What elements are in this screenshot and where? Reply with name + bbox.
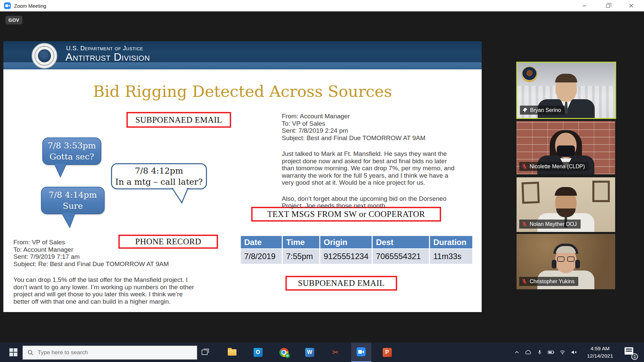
- subpoenaed-email-content: From: Account Manager To: VP of Sales Se…: [282, 113, 456, 209]
- close-button[interactable]: [620, 0, 643, 11]
- bubble-2-time: 7/8 4:12pm: [112, 165, 206, 176]
- email-to: To: VP of Sales: [282, 120, 456, 127]
- powerpoint-icon: P: [383, 348, 392, 357]
- outlook-button[interactable]: O: [248, 343, 268, 362]
- cell-origin: 9125551234: [320, 249, 372, 264]
- doj-seal-icon: [32, 43, 57, 69]
- battery-tray-button[interactable]: [545, 343, 557, 362]
- cloud-icon: [525, 350, 532, 355]
- bubble-3-text: Sure: [42, 200, 104, 212]
- text-bubble-3: 7/8 4:14pm Sure: [41, 187, 105, 214]
- snipping-tool-button[interactable]: ✂: [325, 343, 345, 362]
- system-tray: [511, 343, 580, 362]
- snipping-tool-icon: ✂: [332, 348, 338, 357]
- participant-name: Nicolette Mena (CLDP): [530, 164, 585, 170]
- email-from: From: Account Manager: [282, 113, 456, 120]
- wifi-icon: [559, 350, 566, 355]
- email-body-2: Also, don’t forget about the upcoming bi…: [282, 195, 456, 209]
- participant-nameplate: Bryan Serino: [520, 106, 565, 115]
- window-titlebar: Zoom Meeting: [0, 0, 644, 11]
- participant-nameplate: Nicolette Mena (CLDP): [519, 162, 589, 171]
- text-bubble-2: 7/8 4:12pm In a mtg – call later?: [111, 163, 207, 189]
- windows-logo-icon: [9, 348, 17, 356]
- onedrive-tray-button[interactable]: [523, 343, 534, 362]
- chevron-up-icon: [515, 351, 519, 354]
- file-explorer-button[interactable]: [222, 343, 242, 362]
- pinned-icon: [522, 108, 528, 113]
- notification-icon: [625, 347, 633, 355]
- col-header-time: Time: [283, 236, 319, 248]
- email-to: To: Account Manager: [13, 246, 195, 253]
- taskbar-search[interactable]: [22, 346, 197, 360]
- close-icon: [629, 4, 633, 8]
- battery-icon: [548, 350, 554, 354]
- speaker-muted-icon: [571, 350, 577, 355]
- notification-center-button[interactable]: 1: [623, 347, 637, 358]
- cell-dest: 7065554321: [373, 249, 429, 264]
- col-header-duration: Duration: [430, 236, 472, 248]
- muted-mic-icon: [522, 279, 527, 284]
- email-body: You can drop 1.5% off the last offer for…: [13, 276, 195, 305]
- chrome-icon: N: [279, 348, 288, 357]
- start-button[interactable]: [5, 343, 22, 362]
- participant-nameplate: Nolan Mayther DOJ: [519, 220, 581, 229]
- doj-header-stripe: [3, 62, 482, 69]
- notification-badge: 1: [631, 353, 638, 360]
- bubble-1-text: Gotta sec?: [43, 151, 101, 162]
- email-subject: Subject: Re: Best and Final Due TOMORROW…: [13, 260, 195, 268]
- email-sent: Sent: 7/9/2019 7:17 am: [13, 253, 195, 260]
- window-title: Zoom Meeting: [14, 3, 46, 9]
- bubble-2-tail: [170, 188, 189, 204]
- bubble-3-time: 7/8 4:14pm: [42, 189, 104, 200]
- taskbar-clock[interactable]: 4:59 AM 12/14/2021: [583, 345, 618, 360]
- minimize-button[interactable]: [573, 0, 596, 11]
- search-input[interactable]: [38, 349, 172, 356]
- reply-email-content: From: VP of Sales To: Account Manager Se…: [13, 239, 195, 305]
- cell-date: 7/8/2019: [241, 249, 282, 264]
- text-bubble-1: 7/8 3:53pm Gotta sec?: [42, 137, 101, 165]
- zoom-app-button-active[interactable]: [351, 343, 371, 362]
- label-subpoenaed-email-top: SUBPOENAED EMAIL: [126, 112, 231, 128]
- participant-nameplate: Christopher Yukins: [519, 277, 578, 286]
- outlook-icon: O: [254, 348, 263, 357]
- microphone-icon: [537, 349, 542, 355]
- participant-name: Nolan Mayther DOJ: [530, 221, 577, 227]
- zoom-app-logo-icon: [4, 2, 11, 9]
- volume-tray-button[interactable]: [568, 343, 580, 362]
- chrome-button[interactable]: N: [274, 343, 294, 362]
- word-icon: W: [305, 348, 314, 357]
- doj-division-label: Antitrust Division: [65, 51, 150, 63]
- email-sent: Sent: 7/8/2019 2:24 pm: [282, 127, 456, 134]
- muted-mic-icon: [522, 164, 527, 169]
- participant-video-bryan-serino[interactable]: Bryan Serino: [516, 62, 616, 119]
- bubble-2-text: In a mtg – call later?: [112, 176, 206, 187]
- email-subject: Subject: Best and Final Due TOMORROW AT …: [282, 134, 456, 142]
- task-view-button[interactable]: [195, 343, 215, 362]
- participant-name: Bryan Serino: [530, 107, 561, 113]
- word-button[interactable]: W: [300, 343, 320, 362]
- powerpoint-button[interactable]: P: [377, 343, 397, 362]
- col-header-origin: Origin: [320, 236, 372, 248]
- participant-video-nicolette-mena[interactable]: Nicolette Mena (CLDP): [517, 121, 615, 174]
- windows-taskbar: O N W ✂ P 4:59 AM 12/14/2: [0, 343, 644, 362]
- bubble-1-time: 7/8 3:53pm: [43, 140, 101, 151]
- phone-record-table: Date Time Origin Dest Duration 7/8/2019 …: [241, 236, 472, 264]
- participant-video-christopher-yukins[interactable]: Christopher Yukins: [517, 234, 615, 289]
- network-tray-button[interactable]: [557, 343, 568, 362]
- shared-screen-slide: U.S. Department of Justice Antitrust Div…: [3, 41, 482, 312]
- bubble-3-tail: [60, 213, 77, 228]
- clock-time: 4:59 AM: [583, 345, 618, 352]
- muted-mic-icon: [522, 221, 527, 227]
- participant-name: Christopher Yukins: [530, 279, 575, 285]
- table-row: 7/8/2019 7:55pm 9125551234 7065554321 11…: [241, 249, 472, 264]
- restore-button[interactable]: [596, 0, 620, 11]
- task-view-icon: [201, 348, 210, 357]
- label-subpoenaed-email-bottom: SUBPOENAED EMAIL: [285, 276, 397, 291]
- table-header-row: Date Time Origin Dest Duration: [241, 236, 472, 248]
- microphone-tray-button[interactable]: [534, 343, 545, 362]
- email-from: From: VP of Sales: [13, 239, 195, 246]
- gov-badge: GOV: [5, 16, 22, 24]
- participant-video-nolan-mayther[interactable]: Nolan Mayther DOJ: [517, 177, 615, 232]
- zoom-app-icon: [357, 347, 366, 356]
- tray-expand-button[interactable]: [511, 343, 523, 362]
